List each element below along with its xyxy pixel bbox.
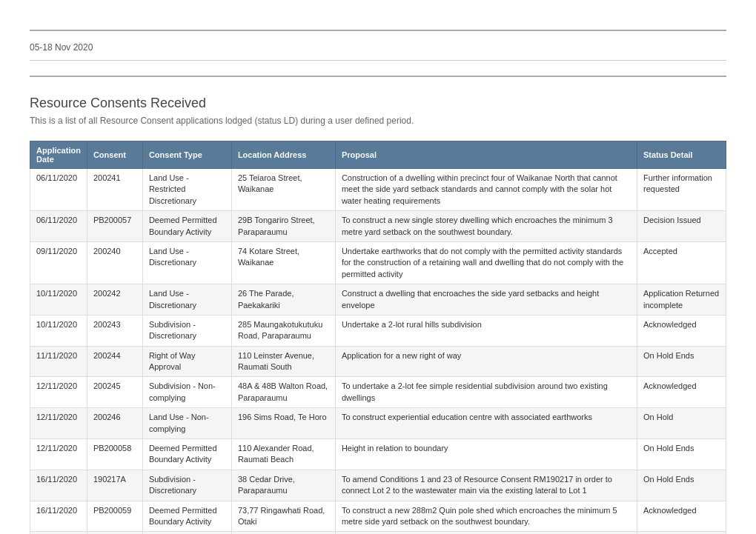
cell-consent: PB200057 (87, 211, 142, 242)
table-row: 12/11/2020PB200058Deemed Permitted Bound… (30, 439, 726, 470)
col-header-consent: Consent (87, 141, 142, 169)
cell-location: 29B Tongariro Street, Paraparaumu (231, 211, 335, 242)
section-divider (30, 76, 726, 77)
cell-location: 25 Teiaroa Street, Waikanae (231, 169, 335, 211)
cell-status: Application Returned incomplete (637, 284, 726, 316)
cell-date: 16/11/2020 (30, 501, 87, 532)
cell-type: Deemed Permitted Boundary Activity (142, 439, 231, 470)
cell-consent: PB200059 (87, 501, 142, 532)
cell-location: 110 Alexander Road, Raumati Beach (231, 439, 335, 470)
cell-type: Subdivision - Discretionary (142, 470, 231, 501)
cell-proposal: Undertake a 2-lot rural hills subdivisio… (335, 315, 637, 346)
cell-location: 285 Maungakotukutuku Road, Paraparaumu (231, 315, 335, 346)
cell-type: Subdivision - Non-complying (142, 377, 231, 408)
cell-status: On Hold Ends (637, 439, 726, 470)
cell-date: 06/11/2020 (30, 169, 87, 211)
cell-proposal: To construct a new single storey dwellin… (335, 211, 637, 242)
cell-status: Further information requested (637, 169, 726, 211)
cell-proposal: To construct experiential education cent… (335, 408, 637, 439)
cell-proposal: Undertake earthworks that do not comply … (335, 241, 637, 284)
table-row: 09/11/2020200240Land Use - Discretionary… (30, 241, 726, 284)
col-header-date: Application Date (30, 141, 87, 169)
top-divider (30, 30, 726, 31)
cell-location: 38 Cedar Drive, Paraparaumu (231, 470, 335, 501)
cell-consent: PB200058 (87, 439, 142, 470)
table-row: 16/11/2020190217ASubdivision - Discretio… (30, 470, 726, 501)
cell-type: Land Use - Restricted Discretionary (142, 169, 231, 211)
table-row: 11/11/2020200244Right of Way Approval110… (30, 346, 726, 377)
cell-date: 06/11/2020 (30, 211, 87, 242)
cell-date: 12/11/2020 (30, 408, 87, 439)
cell-type: Land Use - Non-complying (142, 408, 231, 439)
cell-consent: 200244 (87, 346, 142, 377)
cell-type: Deemed Permitted Boundary Activity (142, 501, 231, 532)
cell-type: Deemed Permitted Boundary Activity (142, 211, 231, 242)
col-header-status: Status Detail (637, 141, 726, 169)
report-subtitle: This is a list of all Resource Consent a… (30, 116, 726, 126)
cell-type: Land Use - Discretionary (142, 284, 231, 316)
col-header-type: Consent Type (142, 141, 231, 169)
cell-proposal: Application for a new right of way (335, 346, 637, 377)
table-row: 12/11/2020200246Land Use - Non-complying… (30, 408, 726, 439)
table-row: 16/11/2020PB200059Deemed Permitted Bound… (30, 501, 726, 532)
cell-date: 16/11/2020 (30, 470, 87, 501)
cell-consent: 200246 (87, 408, 142, 439)
cell-proposal: Construct a dwelling that encroaches the… (335, 284, 637, 316)
table-row: 10/11/2020200243Subdivision - Discretion… (30, 315, 726, 346)
cell-type: Land Use - Discretionary (142, 241, 231, 284)
cell-consent: 200245 (87, 377, 142, 408)
cell-proposal: To amend Conditions 1 and 23 of Resource… (335, 470, 637, 501)
cell-status: Acknowledged (637, 501, 726, 532)
cell-consent: 190217A (87, 470, 142, 501)
cell-location: 26 The Parade, Paekakariki (231, 284, 335, 316)
col-header-proposal: Proposal (335, 141, 637, 169)
cell-status: On Hold Ends (637, 346, 726, 377)
cell-consent: 200243 (87, 315, 142, 346)
consents-table: Application Date Consent Consent Type Lo… (30, 141, 726, 534)
cell-consent: 200241 (87, 169, 142, 211)
cell-type: Subdivision - Discretionary (142, 315, 231, 346)
cell-status: Acknowledged (637, 377, 726, 408)
cell-status: Acknowledged (637, 315, 726, 346)
cell-proposal: To undertake a 2-lot fee simple resident… (335, 377, 637, 408)
table-row: 10/11/2020200242Land Use - Discretionary… (30, 284, 726, 316)
cell-consent: 200240 (87, 241, 142, 284)
cell-date: 12/11/2020 (30, 377, 87, 408)
date-range: 05-18 Nov 2020 (30, 42, 726, 61)
cell-consent: 200242 (87, 284, 142, 316)
cell-date: 12/11/2020 (30, 439, 87, 470)
report-title: Resource Consents Received (30, 88, 726, 111)
table-body: 06/11/2020200241Land Use - Restricted Di… (30, 169, 726, 535)
cell-date: 10/11/2020 (30, 315, 87, 346)
cell-proposal: To construct a new 288m2 Quin pole shed … (335, 501, 637, 532)
cell-location: 110 Leinster Avenue, Raumati South (231, 346, 335, 377)
cell-status: Decision Issued (637, 211, 726, 242)
cell-date: 09/11/2020 (30, 241, 87, 284)
cell-location: 74 Kotare Street, Waikanae (231, 241, 335, 284)
table-row: 06/11/2020200241Land Use - Restricted Di… (30, 169, 726, 211)
cell-type: Right of Way Approval (142, 346, 231, 377)
cell-proposal: Height in relation to boundary (335, 439, 637, 470)
cell-date: 10/11/2020 (30, 284, 87, 316)
cell-status: On Hold (637, 408, 726, 439)
table-header: Application Date Consent Consent Type Lo… (30, 141, 726, 169)
table-row: 06/11/2020PB200057Deemed Permitted Bound… (30, 211, 726, 242)
cell-location: 196 Sims Road, Te Horo (231, 408, 335, 439)
cell-status: Accepted (637, 241, 726, 284)
table-row: 12/11/2020200245Subdivision - Non-comply… (30, 377, 726, 408)
cell-proposal: Construction of a dwelling within precin… (335, 169, 637, 211)
cell-location: 48A & 48B Walton Road, Paraparaumu (231, 377, 335, 408)
col-header-location: Location Address (231, 141, 335, 169)
cell-status: On Hold Ends (637, 470, 726, 501)
cell-location: 73,77 Ringawhati Road, Otaki (231, 501, 335, 532)
cell-date: 11/11/2020 (30, 346, 87, 377)
